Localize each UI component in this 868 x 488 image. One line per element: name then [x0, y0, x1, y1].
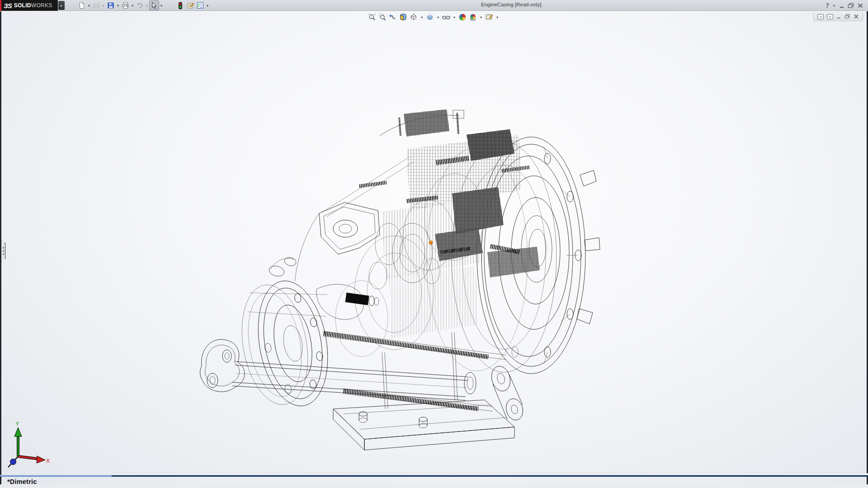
open-folder-icon: [93, 2, 100, 9]
view-orientation-label: *Dimetric: [7, 478, 37, 484]
origin-marker: [429, 241, 433, 244]
zoom-to-area-button[interactable]: [378, 13, 387, 22]
file-properties-button[interactable]: [185, 0, 195, 10]
window-title: EngineCasing [Read-only]: [481, 2, 542, 7]
solidworks-logo: ЗS SOLIDWORKS: [0, 0, 58, 11]
apply-scene-dropdown[interactable]: ▾: [479, 15, 483, 19]
restore-button[interactable]: [848, 3, 854, 9]
flange-ring-left: [233, 275, 337, 414]
select-button[interactable]: [149, 0, 159, 10]
save-floppy-icon: [107, 2, 114, 9]
open-dropdown[interactable]: ▾: [101, 4, 106, 8]
select-cursor-icon: [151, 2, 157, 9]
menu-flyout-arrow[interactable]: ▸: [58, 1, 65, 10]
view-settings-button[interactable]: [485, 13, 494, 22]
undo-button[interactable]: [135, 0, 145, 10]
minimize-button[interactable]: [839, 3, 845, 9]
view-settings-icon: [485, 13, 493, 21]
undo-dropdown[interactable]: ▾: [145, 4, 149, 8]
logo-3s-mark: ЗS: [4, 2, 12, 9]
zoom-to-area-icon: [378, 13, 387, 21]
hide-show-items-button[interactable]: [442, 13, 451, 22]
minimize-document-button[interactable]: [836, 14, 841, 19]
help-dropdown[interactable]: ▾: [832, 4, 836, 8]
new-document-button[interactable]: [77, 0, 87, 10]
options-checklist-icon: [197, 2, 204, 9]
save-dropdown[interactable]: ▾: [116, 4, 120, 8]
undo-arrow-icon: [136, 2, 144, 9]
select-dropdown[interactable]: ▾: [159, 4, 164, 8]
close-document-button[interactable]: [854, 14, 859, 19]
triad-y-label: Y: [15, 420, 19, 427]
save-button[interactable]: [106, 0, 116, 10]
restore-document-button[interactable]: [844, 14, 850, 19]
print-icon: [122, 2, 129, 9]
edit-appearance-button[interactable]: [458, 13, 467, 22]
previous-view-icon: [389, 13, 397, 21]
appearance-ball-icon: [458, 13, 467, 21]
restore-document-icon: [844, 14, 850, 19]
stoplight-icon: [178, 2, 183, 9]
new-document-icon: [78, 2, 85, 9]
zoom-to-fit-button[interactable]: [368, 13, 377, 22]
view-orientation-dropdown[interactable]: ▾: [420, 15, 424, 19]
apply-scene-button[interactable]: [468, 13, 477, 22]
previous-view-button[interactable]: [388, 13, 397, 22]
document-window-controls: ◂ ▸: [813, 12, 863, 21]
selection-filter-button[interactable]: [175, 0, 185, 10]
mount-link-left: [200, 339, 476, 400]
display-style-icon: [426, 13, 434, 21]
graphics-viewport[interactable]: ▾ ▾ ▾ ▾ ▾ ◂ ▸ ◂ ◂ ◂: [0, 11, 868, 484]
file-properties-icon: [187, 2, 194, 9]
show-right-pane-button[interactable]: ▸: [827, 14, 833, 19]
logo-text-works: WORKS: [31, 2, 52, 9]
base-plate: [333, 332, 514, 450]
print-button[interactable]: [120, 0, 130, 10]
help-button[interactable]: ?: [826, 2, 830, 9]
dense-wireframe-region: [382, 109, 540, 338]
display-style-button[interactable]: [425, 13, 434, 22]
show-left-pane-button[interactable]: ◂: [817, 14, 824, 19]
taskbar-edge: [112, 473, 868, 477]
mount-bracket-right: [489, 364, 525, 422]
close-button[interactable]: [857, 3, 863, 9]
apply-scene-icon: [469, 13, 477, 21]
options-button[interactable]: [195, 0, 205, 10]
reference-triad: Y X: [8, 420, 50, 467]
minimize-document-icon: [836, 14, 841, 19]
logo-text-solid: SOLID: [14, 2, 31, 9]
hide-show-items-dropdown[interactable]: ▾: [452, 15, 457, 19]
print-dropdown[interactable]: ▾: [130, 4, 135, 8]
display-style-dropdown[interactable]: ▾: [436, 15, 440, 19]
standard-toolbar: ▾ ▾ ▾ ▾ ▾ ▾ ▾: [77, 0, 210, 11]
view-orientation-icon: [410, 13, 418, 21]
restore-icon: [848, 3, 854, 9]
close-icon: [857, 3, 863, 9]
heads-up-view-toolbar: ▾ ▾ ▾ ▾ ▾: [368, 13, 500, 22]
view-orientation-button[interactable]: [409, 13, 418, 22]
triad-x-label: X: [46, 458, 50, 464]
view-settings-dropdown[interactable]: ▾: [495, 15, 500, 19]
close-document-icon: [854, 14, 859, 19]
new-document-dropdown[interactable]: ▾: [87, 4, 91, 8]
section-view-button[interactable]: [399, 13, 408, 22]
title-bar: ЗS SOLIDWORKS ▸ ▾ ▾ ▾ ▾ ▾ ▾ ▾: [0, 0, 868, 11]
engine-casing-wireframe-model: Y X: [0, 11, 868, 484]
titlebar-controls: ? ▾: [826, 0, 864, 11]
section-view-icon: [399, 13, 407, 21]
logo-red-accent: [0, 0, 1, 11]
open-button[interactable]: [91, 0, 101, 10]
statusbar-edge-left: [0, 475, 112, 477]
eyeglasses-icon: [442, 13, 451, 21]
minimize-icon: [839, 3, 845, 9]
zoom-to-fit-icon: [368, 13, 376, 21]
options-dropdown[interactable]: ▾: [205, 4, 210, 8]
